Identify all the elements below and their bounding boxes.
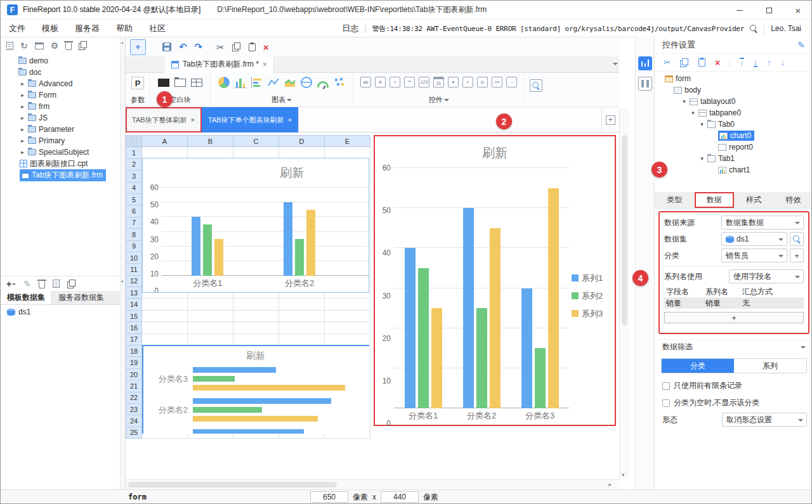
sheet-cell[interactable]: [142, 322, 188, 333]
tree-item-parameter[interactable]: ▸ Parameter: [1, 124, 120, 135]
sheet-corner[interactable]: ⋮⋮: [126, 136, 142, 147]
vertical-scrollbar-thumb[interactable]: [622, 135, 627, 325]
open-template-tab[interactable]: Tab块下图表刷新.frm * ×: [165, 56, 274, 73]
batch-edit-dataset-icon[interactable]: [67, 280, 76, 288]
sheet-cell[interactable]: [188, 322, 233, 333]
form-tab-whole-refresh[interactable]: TAB块下整体刷新 ×: [126, 107, 202, 132]
sheet-cell[interactable]: [142, 311, 188, 322]
tree-item-frm[interactable]: ▸ frm: [1, 101, 120, 112]
widget-tree-item-body[interactable]: body: [655, 84, 812, 96]
row-header[interactable]: 18: [126, 346, 142, 357]
area-chart-icon[interactable]: [284, 77, 296, 88]
hide-empty-category-option[interactable]: 分类为空时,不显示该分类: [662, 397, 759, 408]
tab-style[interactable]: 样式: [734, 192, 774, 208]
row-header[interactable]: 4: [126, 183, 142, 194]
checkbox-icon[interactable]: [662, 399, 670, 407]
checkbox-icon[interactable]: [662, 382, 670, 390]
template-list-dropdown-icon[interactable]: [613, 63, 618, 68]
copy-icon[interactable]: [232, 42, 241, 51]
row-header[interactable]: 11: [126, 264, 142, 275]
expand-arrow-icon[interactable]: ▾: [681, 98, 687, 105]
row-header[interactable]: 17: [126, 334, 142, 346]
refresh-icon[interactable]: ↻: [20, 41, 28, 50]
hbar-chart-icon[interactable]: [251, 77, 263, 88]
add-form-tab-button[interactable]: +: [601, 107, 619, 132]
tree-item-specialsubject[interactable]: ▸ SpecialSubject: [1, 146, 120, 158]
query-widget-icon[interactable]: [530, 79, 542, 92]
collapse-arrow-icon[interactable]: ▸: [20, 92, 25, 98]
widget-tree-item-tab0[interactable]: ▾ Tab0: [655, 119, 812, 130]
row-header[interactable]: 8: [126, 229, 142, 240]
preview-dataset-button[interactable]: [790, 232, 804, 246]
user-account[interactable]: Leo. Tsai: [764, 22, 808, 35]
number-widget-icon[interactable]: 123: [419, 77, 429, 87]
tree-item-demo[interactable]: demo: [1, 55, 120, 67]
tab-effects[interactable]: 特效: [774, 192, 812, 208]
widget-settings-panel-icon[interactable]: [638, 56, 652, 70]
pointer-select-tool[interactable]: ⌖: [130, 39, 146, 55]
report-block-icon[interactable]: [191, 79, 202, 87]
add-category-button[interactable]: +: [790, 249, 804, 262]
horizontal-scrollbar[interactable]: ▸: [126, 479, 619, 489]
vertical-scrollbar[interactable]: ▾: [619, 108, 629, 479]
add-series-button[interactable]: +: [664, 312, 804, 323]
tab-data[interactable]: 数据: [695, 192, 735, 208]
widget-tree-item-chart0-selected[interactable]: chart0: [655, 130, 812, 141]
row-header[interactable]: 3: [126, 171, 142, 182]
sheet-cell[interactable]: [279, 322, 325, 333]
tree-item-advanced[interactable]: ▸ Advanced: [1, 78, 120, 89]
sheet-cell[interactable]: [188, 311, 233, 322]
column-header[interactable]: B: [188, 136, 233, 147]
tab-server-datasets[interactable]: 服务器数据集: [52, 291, 110, 304]
close-tab-icon[interactable]: ×: [288, 116, 292, 124]
dataset-item-ds1[interactable]: ds1: [1, 306, 120, 318]
collapse-left-icon[interactable]: ◂: [121, 278, 123, 284]
delete-dataset-icon[interactable]: [39, 281, 45, 288]
row-header[interactable]: 2: [126, 159, 142, 171]
report-block-chart[interactable]: 刷新0102030405060分类名1分类名2分类名3: [142, 158, 369, 293]
tree-item-doc[interactable]: doc: [1, 67, 120, 78]
minimize-button[interactable]: [725, 1, 754, 20]
row-header[interactable]: 13: [126, 287, 142, 299]
sheet-cell[interactable]: [142, 299, 188, 310]
sheet-cell[interactable]: [279, 299, 325, 310]
edit-dataset-icon[interactable]: ✎: [23, 280, 31, 288]
sheet-cell[interactable]: [325, 311, 370, 322]
horizontal-scrollbar-thumb[interactable]: [128, 482, 337, 488]
textfield-widget-icon[interactable]: ab: [360, 77, 371, 87]
tab-template-datasets[interactable]: 模板数据集: [1, 291, 52, 304]
sheet-cell[interactable]: [325, 334, 370, 346]
close-tab-icon[interactable]: ×: [263, 60, 267, 69]
data-source-select[interactable]: 数据集数据: [721, 216, 804, 229]
row-header[interactable]: 25: [126, 427, 142, 439]
move-up-icon[interactable]: ↑: [767, 58, 771, 67]
close-button[interactable]: ×: [783, 1, 812, 20]
map-chart-icon[interactable]: [301, 77, 312, 88]
move-down-icon[interactable]: ↓: [781, 58, 785, 67]
row-header[interactable]: 1: [126, 147, 142, 158]
textarea-widget-icon[interactable]: ≡: [390, 77, 400, 87]
collapse-arrow-icon[interactable]: ▸: [20, 115, 25, 121]
collapse-arrow-icon[interactable]: ▸: [20, 149, 25, 155]
row-header[interactable]: 23: [126, 404, 142, 415]
add-dataset-button[interactable]: +: [6, 279, 16, 289]
gear-icon[interactable]: ⚙: [51, 41, 59, 50]
row-header[interactable]: 12: [126, 276, 142, 287]
sidebar-splitter[interactable]: ◂ ◂: [120, 37, 126, 489]
row-header[interactable]: 15: [126, 311, 142, 322]
chart-group-label[interactable]: 图表: [272, 95, 292, 105]
column-header[interactable]: E: [325, 136, 370, 147]
menu-file[interactable]: 文件: [1, 23, 34, 34]
preview-dataset-icon[interactable]: [53, 280, 60, 288]
collapse-left-icon[interactable]: ◂: [121, 40, 123, 46]
design-width-input[interactable]: [310, 491, 348, 503]
delete-icon[interactable]: ×: [715, 58, 720, 68]
delete-icon[interactable]: ×: [263, 42, 269, 52]
sheet-cell[interactable]: [233, 334, 279, 346]
radio-widget-icon[interactable]: ⊙: [477, 77, 488, 87]
sheet-cell[interactable]: [233, 299, 279, 310]
table-row[interactable]: 销量 销量 无: [664, 297, 804, 309]
row-header[interactable]: 14: [126, 299, 142, 310]
tree-item-js[interactable]: ▸ JS: [1, 112, 120, 124]
form-tab-single-chart-refresh[interactable]: TAB块下单个图表块刷新 ×: [202, 107, 299, 132]
